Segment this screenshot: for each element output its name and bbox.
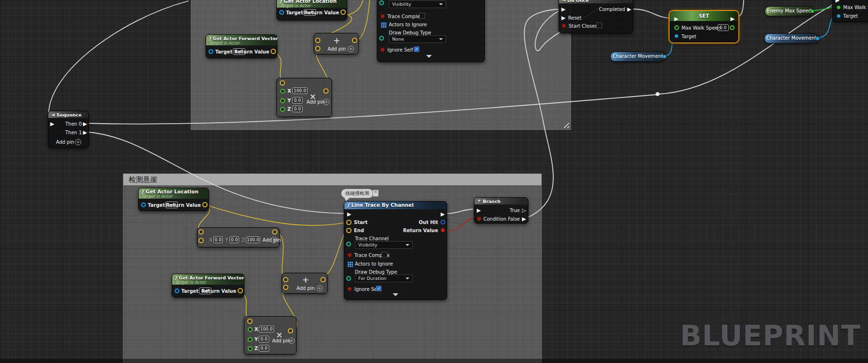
- exec-in-pin[interactable]: ▶: [477, 208, 481, 213]
- value-out-pin[interactable]: [730, 25, 735, 30]
- start-pin[interactable]: [346, 220, 352, 225]
- z-pin[interactable]: [280, 107, 285, 112]
- trace-channel-pin[interactable]: [346, 242, 351, 246]
- input-b-pin[interactable]: [315, 46, 320, 51]
- trace-complex-checkbox[interactable]: [419, 13, 425, 19]
- blueprint-graph-canvas[interactable]: 检测悬崖 BLUEPRINT: [0, 0, 868, 363]
- exec-out-pin[interactable]: ▶: [441, 212, 445, 217]
- target-pin[interactable]: [175, 288, 179, 293]
- start-closed-pin[interactable]: [561, 23, 566, 28]
- max-walk-speed-pin[interactable]: [674, 25, 679, 30]
- add-pin-label[interactable]: Add pin: [328, 46, 346, 52]
- exec-in-pin[interactable]: ▶: [347, 212, 351, 217]
- y-pin[interactable]: [280, 98, 285, 103]
- node-set-max-walk-speed[interactable]: SET ▶ ▶ Max Walk Speed 0.0 Target: [669, 10, 739, 43]
- return-value-pin[interactable]: [341, 10, 346, 15]
- trace-complex-pin[interactable]: [347, 253, 352, 257]
- node-character-movement-left[interactable]: Character Movement: [610, 52, 666, 62]
- output-pin[interactable]: [352, 38, 357, 43]
- output-pin[interactable]: [810, 9, 814, 13]
- input-b-pin[interactable]: [198, 238, 204, 243]
- node-do-once[interactable]: → Do Once ▶ Completed ▶ ▶ Reset Start Cl…: [559, 0, 633, 33]
- condition-pin[interactable]: [477, 216, 482, 221]
- target-pin[interactable]: [674, 34, 679, 38]
- max-walk-speed-value[interactable]: 0.0: [717, 24, 729, 31]
- node-character-movement-right[interactable]: Character Movement: [764, 33, 819, 43]
- z-value[interactable]: 100.0: [246, 236, 260, 243]
- target-pin[interactable]: [209, 49, 213, 54]
- node-get-actor-location-top[interactable]: ƒGet Actor Location Target is Actor Targ…: [276, 0, 347, 21]
- node-line-trace-top[interactable]: Visibility Trace Complex Actors to Ignor…: [377, 0, 485, 62]
- bubble-pin-button[interactable]: ≡: [373, 190, 379, 197]
- trace-channel-pin[interactable]: [379, 0, 384, 5]
- input-b-pin[interactable]: [283, 285, 288, 290]
- false-pin[interactable]: ▶: [522, 216, 526, 222]
- input-a-pin[interactable]: [247, 319, 253, 324]
- node-get-actor-forward-vector-bottom[interactable]: ƒGet Actor Forward Vector Target is Acto…: [172, 274, 244, 298]
- exec-in-pin[interactable]: ▶: [674, 16, 678, 21]
- y-value[interactable]: 0.0: [230, 236, 239, 243]
- output-pin[interactable]: [320, 277, 326, 282]
- node-get-actor-forward-vector-top[interactable]: ƒGet Actor Forward Vector Target is Acto…: [206, 34, 277, 58]
- return-value-pin[interactable]: [202, 202, 208, 207]
- exec-in-pin[interactable]: ▶: [561, 7, 565, 12]
- return-value-pin[interactable]: [271, 49, 276, 54]
- node-get-actor-location-bottom[interactable]: ƒGet Actor Location Target is Actor Targ…: [138, 188, 209, 211]
- true-pin[interactable]: ▷: [522, 208, 526, 213]
- ignore-self-pin[interactable]: [380, 47, 385, 52]
- output-pin[interactable]: [662, 54, 667, 59]
- node-add-vector-bottom[interactable]: + Add pin +: [282, 273, 328, 294]
- draw-debug-pin[interactable]: [346, 276, 351, 281]
- comment-title-bar[interactable]: 检测悬崖: [123, 174, 541, 185]
- expand-chevron-icon[interactable]: [393, 293, 398, 296]
- output-pin[interactable]: [288, 328, 293, 333]
- then0-pin[interactable]: ▶: [83, 121, 87, 127]
- out-hit-pin[interactable]: [440, 220, 445, 224]
- ignore-self-pin[interactable]: [347, 287, 352, 291]
- trace-complex-pin[interactable]: [380, 14, 385, 19]
- trace-channel-dropdown[interactable]: Visibility: [355, 241, 413, 249]
- x-pin[interactable]: [280, 89, 285, 94]
- expand-chevron-icon[interactable]: [426, 55, 432, 58]
- input-a-pin[interactable]: [198, 229, 204, 235]
- reroute-node[interactable]: [656, 92, 659, 96]
- then1-pin[interactable]: ▶: [83, 130, 87, 135]
- return-value-pin[interactable]: [238, 288, 243, 293]
- add-pin-label[interactable]: Add pin: [56, 139, 74, 145]
- node-multiply-top[interactable]: X 100.0 × Y 0.0 Add pin + Z 0.0: [276, 78, 332, 117]
- node-partial-right[interactable]: ▶ Max Walk S Target: [832, 0, 868, 22]
- return-value-pin[interactable]: [440, 228, 445, 233]
- node-comment-bubble[interactable]: 线碰撞检测: [341, 189, 374, 198]
- z-value[interactable]: 0.0: [259, 345, 269, 352]
- completed-pin[interactable]: ▶: [627, 7, 631, 12]
- input-a-pin[interactable]: [283, 277, 288, 282]
- x-value[interactable]: 0.0: [213, 236, 223, 243]
- start-closed-checkbox[interactable]: [596, 22, 602, 28]
- node-line-trace-bottom[interactable]: ƒLine Trace By Channel ▶ ▶ Start Out Hit…: [344, 201, 447, 300]
- y-pin[interactable]: [248, 337, 253, 342]
- draw-debug-pin[interactable]: [379, 36, 384, 41]
- y-value[interactable]: 0.0: [292, 97, 303, 104]
- z-pin[interactable]: [248, 346, 253, 351]
- ignore-self-checkbox[interactable]: ✓: [376, 286, 382, 291]
- exec-in-pin[interactable]: ▶: [50, 121, 54, 127]
- target-pin[interactable]: [141, 203, 146, 207]
- input-a-pin[interactable]: [315, 38, 320, 43]
- comment-resize-grip[interactable]: [563, 122, 569, 128]
- draw-debug-dropdown[interactable]: None: [389, 35, 446, 43]
- node-multiply-bottom[interactable]: X 100.0 × Y 0.0 Add pin + Z 0.0: [244, 316, 297, 354]
- target-pin[interactable]: [279, 10, 284, 15]
- target-pin[interactable]: [836, 14, 841, 18]
- output-pin[interactable]: [815, 36, 820, 41]
- max-walk-speed-pin[interactable]: [836, 5, 841, 10]
- node-branch[interactable]: ↱ Branch ▶ True ▷ Condition False ▶: [474, 197, 528, 224]
- exec-in-pin[interactable]: ▶: [835, 0, 839, 3]
- node-enemy-max-speed[interactable]: Enemy Max Speed: [765, 6, 813, 16]
- output-pin[interactable]: [272, 229, 277, 235]
- y-value[interactable]: 0.0: [259, 336, 269, 342]
- draw-debug-dropdown[interactable]: For Duration: [355, 275, 413, 282]
- node-vector-add-inline[interactable]: X 0.0 Y 0.0 Z 100.0 Add pin + +: [197, 227, 280, 247]
- add-pin-icon[interactable]: +: [323, 99, 330, 105]
- trace-complex-checkbox[interactable]: [382, 252, 387, 257]
- add-pin-label[interactable]: Add pin: [272, 338, 290, 344]
